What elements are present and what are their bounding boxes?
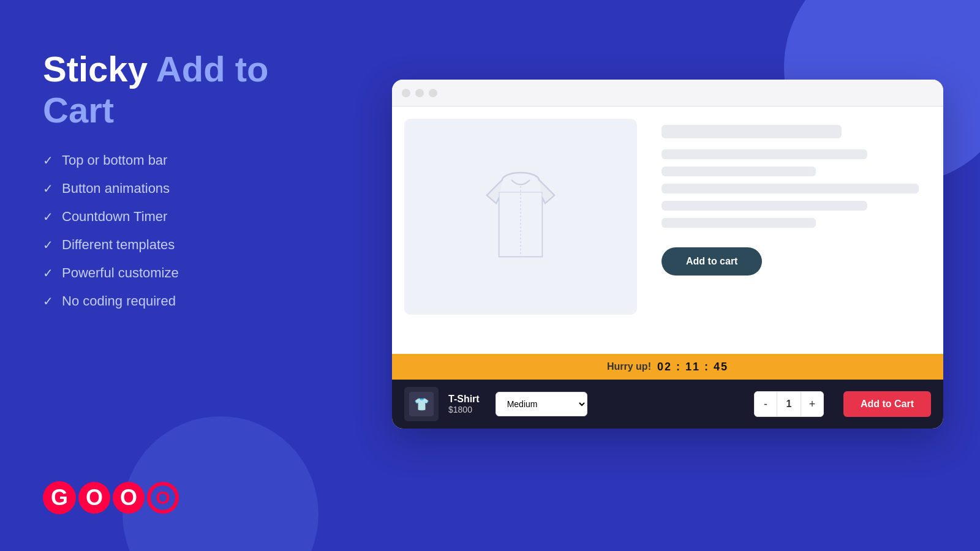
title-white: Sticky bbox=[43, 49, 156, 89]
logo-o3-letter: O bbox=[147, 482, 179, 514]
list-item: ✓ No coding required bbox=[43, 293, 300, 309]
feature-label: Top or bottom bar bbox=[62, 152, 167, 168]
quantity-control: - 1 + bbox=[754, 391, 824, 417]
product-line-1 bbox=[662, 149, 867, 159]
variant-select[interactable]: Medium Small Large XL bbox=[496, 392, 587, 416]
sticky-bottom-bar: 👕 T-Shirt $1800 Medium Small Large XL - … bbox=[392, 380, 943, 429]
list-item: ✓ Different templates bbox=[43, 237, 300, 253]
list-item: ✓ Powerful customize bbox=[43, 265, 300, 281]
countdown-label: Hurry up! bbox=[607, 361, 651, 372]
quantity-minus-button[interactable]: - bbox=[755, 392, 777, 416]
check-icon: ✓ bbox=[43, 181, 53, 196]
feature-label: Countdown Timer bbox=[62, 209, 167, 225]
product-price: $1800 bbox=[448, 405, 480, 414]
feature-label: No coding required bbox=[62, 293, 176, 309]
product-image-area bbox=[404, 119, 637, 315]
main-title: Sticky Add toCart bbox=[43, 49, 300, 130]
browser-content: Add to cart bbox=[392, 107, 943, 354]
check-icon: ✓ bbox=[43, 209, 53, 224]
add-to-cart-main-button[interactable]: Add to cart bbox=[662, 247, 762, 276]
feature-label: Powerful customize bbox=[62, 265, 179, 281]
logo-o1-letter: O bbox=[78, 482, 110, 514]
product-line-5 bbox=[662, 218, 816, 228]
browser-dot-1 bbox=[402, 89, 410, 97]
check-icon: ✓ bbox=[43, 294, 53, 309]
list-item: ✓ Button animations bbox=[43, 181, 300, 197]
shirt-illustration bbox=[459, 156, 582, 278]
check-icon: ✓ bbox=[43, 238, 53, 252]
quantity-plus-button[interactable]: + bbox=[801, 392, 823, 416]
product-info-area: Add to cart bbox=[649, 119, 931, 342]
left-panel: Sticky Add toCart ✓ Top or bottom bar ✓ … bbox=[43, 49, 300, 309]
feature-label: Different templates bbox=[62, 237, 175, 253]
product-title-placeholder bbox=[662, 125, 842, 138]
check-icon: ✓ bbox=[43, 266, 53, 280]
browser-mockup: Add to cart Hurry up! 02 : 11 : 45 👕 T-S… bbox=[392, 80, 943, 429]
product-name: T-Shirt bbox=[448, 394, 480, 405]
product-name-price: T-Shirt $1800 bbox=[448, 394, 480, 414]
quantity-value: 1 bbox=[777, 392, 801, 416]
logo-o2-letter: O bbox=[113, 482, 145, 514]
logo-g-letter: G bbox=[43, 481, 76, 514]
countdown-time: 02 : 11 : 45 bbox=[657, 361, 728, 373]
logo: G O O O bbox=[43, 481, 179, 514]
list-item: ✓ Countdown Timer bbox=[43, 209, 300, 225]
countdown-bar: Hurry up! 02 : 11 : 45 bbox=[392, 354, 943, 380]
feature-list: ✓ Top or bottom bar ✓ Button animations … bbox=[43, 152, 300, 309]
product-line-2 bbox=[662, 167, 816, 176]
logo-gooo: G O O O bbox=[43, 481, 179, 514]
browser-titlebar bbox=[392, 80, 943, 107]
list-item: ✓ Top or bottom bar bbox=[43, 152, 300, 168]
product-line-4 bbox=[662, 201, 867, 211]
browser-dot-3 bbox=[429, 89, 437, 97]
product-thumbnail: 👕 bbox=[404, 387, 439, 421]
product-line-3 bbox=[662, 184, 919, 193]
check-icon: ✓ bbox=[43, 153, 53, 168]
feature-label: Button animations bbox=[62, 181, 170, 197]
add-to-cart-sticky-button[interactable]: Add to Cart bbox=[843, 391, 931, 417]
product-thumb-icon: 👕 bbox=[409, 392, 434, 416]
browser-dot-2 bbox=[415, 89, 424, 97]
